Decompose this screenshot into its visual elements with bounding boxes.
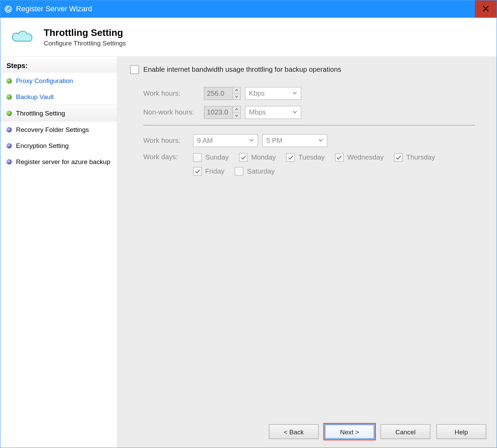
work-day-label: Friday (205, 167, 224, 175)
step-bullet-icon (6, 143, 12, 148)
nonwork-hours-bw-input[interactable]: 1023.0 (204, 106, 241, 119)
page-subtitle: Configure Throttling Settings (44, 39, 126, 47)
work-start-select[interactable]: 9 AM (193, 134, 258, 147)
cancel-button[interactable]: Cancel (381, 424, 431, 439)
work-day-checkbox[interactable] (235, 167, 244, 176)
work-day-option[interactable]: Tuesday (286, 153, 325, 162)
work-day-checkbox[interactable] (193, 153, 202, 162)
work-day-option[interactable]: Thursday (394, 153, 435, 162)
back-button[interactable]: < Back (269, 424, 319, 439)
spinner-up-icon[interactable] (233, 87, 240, 94)
work-hours-bw-label: Work hours: (143, 90, 200, 97)
work-hours-unit-select[interactable]: Kbps (245, 87, 301, 100)
work-hours-bw-spinner[interactable] (233, 87, 240, 99)
titlebar: Register Server Wizard (0, 0, 496, 18)
chevron-down-icon (292, 90, 297, 97)
step-label: Proxy Configuration (16, 77, 73, 84)
work-end-select[interactable]: 5 PM (262, 134, 327, 147)
chevron-down-icon (318, 137, 323, 145)
work-day-option[interactable]: Wednesday (335, 153, 384, 162)
work-day-option[interactable]: Sunday (193, 153, 229, 162)
step-label: Backup Vault (16, 93, 54, 100)
work-day-label: Tuesday (298, 153, 325, 161)
work-hours-bw-input[interactable]: 256.0 (204, 87, 241, 100)
nonwork-hours-unit-select[interactable]: Mbps (245, 106, 301, 119)
section-divider (143, 125, 475, 125)
step-bullet-icon (6, 78, 12, 83)
work-day-option[interactable]: Saturday (235, 167, 275, 176)
step-item[interactable]: Encryption Setting (0, 137, 117, 153)
spinner-down-icon[interactable] (233, 94, 240, 99)
step-label: Register server for azure backup (16, 158, 110, 165)
enable-throttling-label: Enable internet bandwidth usage throttli… (143, 66, 341, 73)
work-day-label: Monday (251, 153, 276, 161)
nonwork-hours-bw-spinner[interactable] (233, 106, 240, 118)
step-label: Encryption Setting (16, 142, 69, 149)
work-day-label: Wednesday (347, 153, 384, 161)
help-button[interactable]: Help (436, 424, 486, 439)
wizard-footer: < Back Next > Cancel Help (269, 424, 486, 439)
cloud-icon (9, 27, 35, 46)
work-day-label: Thursday (406, 153, 435, 161)
spinner-down-icon[interactable] (233, 113, 240, 119)
step-label: Recovery Folder Settings (16, 126, 89, 133)
wizard-window: Register Server Wizard Throttling Settin… (0, 0, 497, 448)
chevron-down-icon (292, 109, 297, 117)
step-item[interactable]: Proxy Configuration (0, 73, 117, 89)
work-day-checkbox[interactable] (394, 153, 403, 162)
close-icon (482, 4, 489, 14)
nonwork-hours-bw-label: Non-work hours: (143, 109, 200, 117)
close-button[interactable] (475, 0, 496, 18)
chevron-down-icon (249, 137, 254, 145)
work-day-option[interactable]: Monday (239, 153, 276, 162)
work-day-label: Saturday (247, 167, 275, 175)
step-item[interactable]: Throttling Setting (0, 105, 117, 121)
steps-heading: Steps: (0, 58, 117, 73)
app-icon (4, 5, 12, 13)
spinner-up-icon[interactable] (233, 106, 240, 112)
step-bullet-icon (6, 127, 12, 132)
step-bullet-icon (6, 110, 12, 116)
step-bullet-icon (6, 159, 12, 164)
work-day-checkbox[interactable] (286, 153, 295, 162)
step-item[interactable]: Recovery Folder Settings (0, 122, 117, 138)
step-item[interactable]: Backup Vault (0, 89, 117, 105)
steps-sidebar: Steps: Proxy ConfigurationBackup VaultTh… (0, 57, 117, 448)
wizard-header: Throttling Setting Configure Throttling … (0, 18, 496, 57)
step-item[interactable]: Register server for azure backup (0, 153, 117, 169)
page-title: Throttling Setting (44, 27, 126, 39)
work-day-label: Sunday (205, 153, 229, 161)
window-title: Register Server Wizard (16, 5, 92, 13)
main-panel: Enable internet bandwidth usage throttli… (117, 57, 497, 448)
work-day-checkbox[interactable] (239, 153, 248, 162)
work-hours-time-label: Work hours: (143, 137, 189, 145)
work-day-checkbox[interactable] (335, 153, 344, 162)
step-bullet-icon (6, 94, 12, 99)
enable-throttling-checkbox[interactable] (130, 65, 139, 74)
next-button[interactable]: Next > (325, 424, 375, 439)
work-days-label: Work days: (143, 153, 189, 161)
step-label: Throttling Setting (16, 109, 65, 117)
work-day-option[interactable]: Friday (193, 167, 225, 176)
work-day-checkbox[interactable] (193, 167, 202, 176)
